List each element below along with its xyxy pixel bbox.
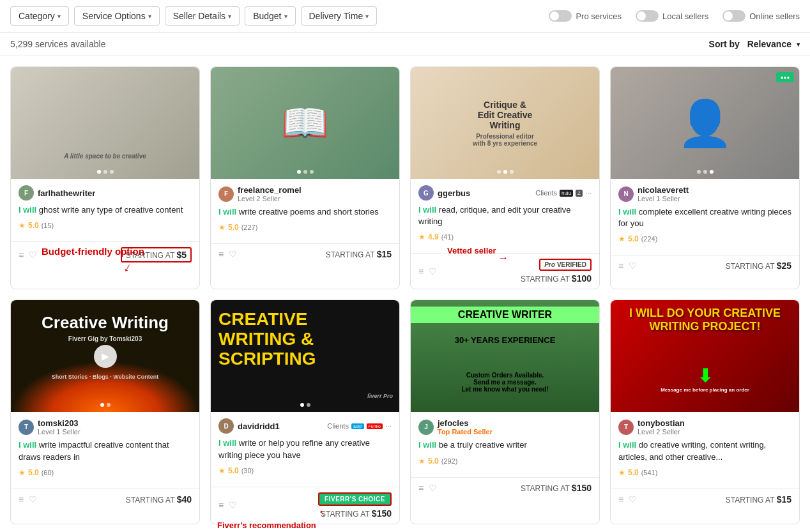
service-card-2[interactable]: 📖 F freelance_romel Level 2 Seller: [210, 66, 400, 289]
heart-icon-5[interactable]: ♡: [29, 494, 37, 505]
creative-writer-title: CREATIVE WRITER: [411, 307, 599, 323]
online-sellers-toggle[interactable]: [722, 10, 745, 22]
image-dots-6: [300, 403, 310, 407]
service-card-1[interactable]: A little space to be creative F farlhath…: [10, 66, 200, 289]
seller-level-2: Level 2 Seller: [238, 195, 302, 202]
seller-level-5: Level 1 Seller: [38, 428, 80, 436]
menu-icon-4[interactable]: ≡: [618, 261, 623, 271]
menu-icon-6[interactable]: ≡: [218, 500, 224, 510]
footer-actions-6: ≡ ♡: [218, 500, 237, 510]
service-options-filter[interactable]: Service Options ▾: [74, 6, 160, 26]
client-logo-extra: Z: [576, 190, 583, 197]
service-card-5[interactable]: Creative Writing Fiverr Gig by Tomski203…: [10, 300, 200, 524]
card-title-2: I will write creative poems and short st…: [218, 206, 392, 218]
avatar-3: G: [418, 185, 434, 201]
dot: [100, 403, 104, 407]
menu-icon-3[interactable]: ≡: [418, 266, 424, 277]
dot: [703, 170, 707, 174]
price-area-8: STARTING AT $15: [726, 494, 791, 505]
card-footer-6: ≡ ♡ FIVERR'S CHOICE STARTING AT $150: [211, 487, 399, 524]
card-image-1: A little space to be creative: [11, 67, 199, 179]
pro-services-toggle[interactable]: [549, 10, 572, 22]
dot: [697, 170, 701, 174]
service-card-3[interactable]: Critique &Edit CreativeWriting Professio…: [410, 66, 600, 289]
more-clients-icon: ···: [385, 422, 392, 430]
card-footer-3: ≡ ♡ Pro VERIFIED STARTING AT $100: [411, 253, 599, 289]
rating-num-8: 5.0: [628, 468, 639, 477]
pro-services-label: Pro services: [576, 11, 622, 21]
card-image-4: 👤 ●●●: [611, 67, 799, 179]
rating-row-6: ★ 5.0 (30): [218, 466, 392, 475]
heart-icon-4[interactable]: ♡: [629, 261, 637, 271]
rating-row-5: ★ 5.0 (60): [19, 468, 192, 477]
rating-num-6: 5.0: [228, 466, 239, 475]
menu-icon-7[interactable]: ≡: [418, 483, 424, 493]
seller-row-5: T tomski203 Level 1 Seller: [19, 418, 192, 436]
results-count: 5,299 services available: [10, 39, 105, 49]
rating-count-5: (60): [42, 469, 54, 476]
card-image-8: I WILL DO YOUR CREATIVE WRITING PROJECT!…: [611, 300, 799, 412]
menu-icon-8[interactable]: ≡: [618, 494, 623, 505]
person-icon: 👤: [677, 97, 733, 149]
clients-label-6: Clients: [327, 422, 349, 430]
chevron-down-icon: ▾: [284, 13, 287, 20]
service-card-8[interactable]: I WILL DO YOUR CREATIVE WRITING PROJECT!…: [610, 300, 800, 524]
seller-details-filter[interactable]: Seller Details ▾: [165, 6, 240, 26]
service-card-4[interactable]: 👤 ●●● N nicolaeverett Level: [610, 66, 800, 289]
card-footer-4: ≡ ♡ STARTING AT $25: [611, 255, 799, 276]
budget-filter[interactable]: Budget ▾: [245, 6, 295, 26]
local-sellers-label: Local sellers: [662, 11, 708, 21]
rating-num-3: 4.9: [428, 232, 439, 241]
image-dots-1: [97, 170, 114, 174]
menu-icon-2[interactable]: ≡: [218, 249, 224, 259]
seller-row-1: F farlhathewriter: [19, 185, 192, 201]
price-2: $15: [377, 249, 392, 259]
services-grid: A little space to be creative F farlhath…: [0, 56, 810, 532]
filter-bar: Category ▾ Service Options ▾ Seller Deta…: [0, 0, 810, 33]
footer-actions-1: ≡ ♡: [19, 250, 37, 260]
cwr-exp: 30+ YEARS EXPERIENCE: [411, 335, 599, 345]
price-area-2: STARTING AT $15: [326, 249, 392, 259]
dot: [503, 170, 507, 174]
seller-name-4: nicolaeverett: [638, 185, 689, 195]
heart-icon-7[interactable]: ♡: [429, 483, 437, 493]
rating-count-7: (292): [441, 457, 458, 465]
seller-info-6: davidridd1: [238, 422, 280, 431]
heart-icon-3[interactable]: ♡: [429, 266, 437, 277]
sort-select[interactable]: Sort by Relevance ▾: [709, 39, 800, 49]
price-1: $5: [176, 250, 187, 260]
clients-label-3: Clients: [535, 189, 557, 197]
avatar-7: J: [418, 420, 434, 435]
seller-info-2: freelance_romel Level 2 Seller: [238, 185, 302, 202]
menu-icon-5[interactable]: ≡: [19, 494, 24, 505]
card-image-2: 📖: [211, 67, 399, 179]
category-filter[interactable]: Category ▾: [10, 6, 69, 26]
service-card-6[interactable]: CREATIVEWRITING &SCRIPTING fiverr Pro D …: [210, 300, 400, 524]
price-label-3: STARTING AT: [521, 275, 572, 284]
card-image-bg-1: A little space to be creative: [11, 67, 199, 179]
service-card-7[interactable]: CREATIVE WRITER 30+ YEARS EXPERIENCE Cus…: [410, 300, 600, 524]
seller-info-5: tomski203 Level 1 Seller: [38, 418, 80, 436]
card-title-4: I will complete excellent creative writi…: [618, 206, 791, 229]
heart-icon-6[interactable]: ♡: [229, 500, 237, 510]
card-footer-7: ≡ ♡ STARTING AT $150: [411, 477, 599, 498]
toggle-group: Pro services Local sellers Online seller…: [539, 10, 800, 22]
seller-row-8: T tonybostian Level 2 Seller: [618, 418, 791, 436]
heart-icon-2[interactable]: ♡: [229, 249, 237, 259]
price-3: $100: [572, 273, 592, 284]
card-image-3: Critique &Edit CreativeWriting Professio…: [411, 67, 599, 179]
seller-name-1: farlhathewriter: [38, 188, 95, 198]
star-icon-1: ★: [19, 221, 26, 230]
dot: [297, 170, 301, 174]
play-button[interactable]: ▶: [94, 345, 117, 368]
cws-subtitle: fiverr Pro: [367, 393, 393, 399]
client-logo-funko: Funko: [367, 423, 383, 429]
delivery-time-filter[interactable]: Delivery Time ▾: [301, 6, 378, 26]
local-sellers-toggle[interactable]: [636, 10, 659, 22]
heart-icon-1[interactable]: ♡: [29, 250, 37, 260]
star-icon-8: ★: [618, 468, 625, 477]
star-icon-6: ★: [218, 466, 225, 475]
heart-icon-8[interactable]: ♡: [629, 494, 637, 505]
menu-icon-1[interactable]: ≡: [19, 250, 24, 260]
star-icon-3: ★: [418, 232, 425, 241]
